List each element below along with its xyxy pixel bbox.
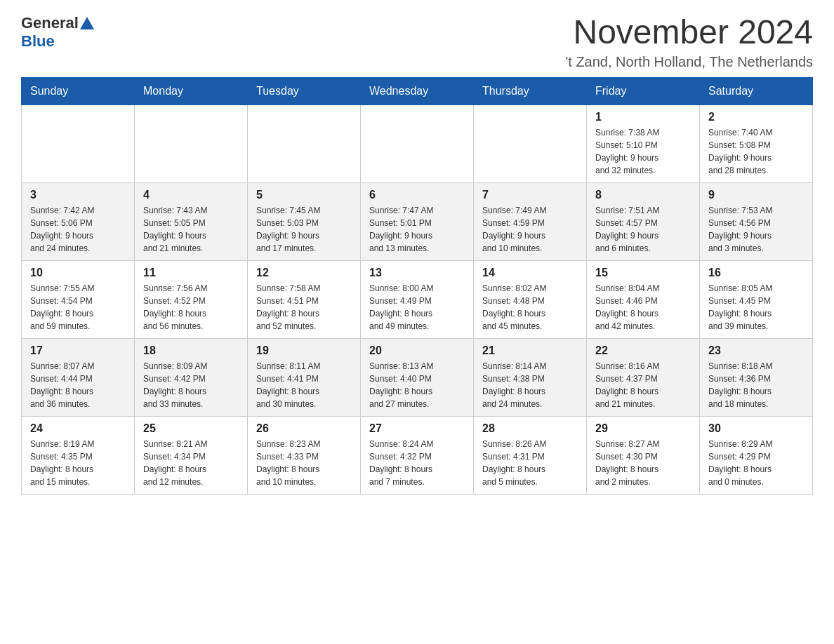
calendar-cell: 9Sunrise: 7:53 AM Sunset: 4:56 PM Daylig… — [700, 182, 813, 260]
logo-top: General — [21, 14, 95, 32]
calendar-cell: 12Sunrise: 7:58 AM Sunset: 4:51 PM Dayli… — [248, 260, 361, 338]
logo-triangle-icon — [80, 17, 94, 29]
calendar-cell: 13Sunrise: 8:00 AM Sunset: 4:49 PM Dayli… — [361, 260, 474, 338]
day-number: 25 — [143, 422, 239, 435]
day-number: 11 — [143, 267, 239, 279]
sun-info: Sunrise: 8:05 AM Sunset: 4:45 PM Dayligh… — [708, 282, 804, 333]
day-number: 21 — [482, 344, 578, 357]
sun-info: Sunrise: 7:55 AM Sunset: 4:54 PM Dayligh… — [30, 282, 126, 333]
calendar-cell: 4Sunrise: 7:43 AM Sunset: 5:05 PM Daylig… — [135, 182, 248, 260]
sun-info: Sunrise: 8:23 AM Sunset: 4:33 PM Dayligh… — [256, 438, 352, 488]
calendar-cell: 3Sunrise: 7:42 AM Sunset: 5:06 PM Daylig… — [22, 182, 135, 260]
location-subtitle: 't Zand, North Holland, The Netherlands — [565, 54, 813, 70]
day-number: 1 — [595, 111, 691, 123]
calendar-cell: 14Sunrise: 8:02 AM Sunset: 4:48 PM Dayli… — [474, 260, 587, 338]
day-number: 5 — [256, 189, 352, 201]
calendar-cell: 1Sunrise: 7:38 AM Sunset: 5:10 PM Daylig… — [587, 105, 700, 182]
sun-info: Sunrise: 8:27 AM Sunset: 4:30 PM Dayligh… — [595, 438, 691, 488]
day-number: 30 — [708, 422, 804, 435]
day-number: 17 — [30, 344, 126, 357]
sun-info: Sunrise: 8:00 AM Sunset: 4:49 PM Dayligh… — [369, 282, 465, 333]
calendar-cell: 30Sunrise: 8:29 AM Sunset: 4:29 PM Dayli… — [700, 416, 813, 494]
day-header-friday: Friday — [587, 77, 700, 105]
day-number: 24 — [30, 422, 126, 435]
sun-info: Sunrise: 8:07 AM Sunset: 4:44 PM Dayligh… — [30, 360, 126, 410]
calendar-cell — [135, 105, 248, 182]
sun-info: Sunrise: 8:14 AM Sunset: 4:38 PM Dayligh… — [482, 360, 578, 410]
day-number: 14 — [482, 267, 578, 279]
day-number: 29 — [595, 422, 691, 435]
day-number: 3 — [30, 189, 126, 201]
logo-blue-text: Blue — [21, 32, 55, 51]
calendar-cell: 8Sunrise: 7:51 AM Sunset: 4:57 PM Daylig… — [587, 182, 700, 260]
day-number: 27 — [369, 422, 465, 435]
calendar-cell: 28Sunrise: 8:26 AM Sunset: 4:31 PM Dayli… — [474, 416, 587, 494]
calendar-cell: 16Sunrise: 8:05 AM Sunset: 4:45 PM Dayli… — [700, 260, 813, 338]
calendar-cell: 23Sunrise: 8:18 AM Sunset: 4:36 PM Dayli… — [700, 338, 813, 416]
calendar-cell: 2Sunrise: 7:40 AM Sunset: 5:08 PM Daylig… — [700, 105, 813, 182]
day-number: 26 — [256, 422, 352, 435]
day-header-sunday: Sunday — [22, 77, 135, 105]
page-header: General Blue November 2024 't Zand, Nort… — [21, 14, 813, 70]
calendar-cell: 24Sunrise: 8:19 AM Sunset: 4:35 PM Dayli… — [22, 416, 135, 494]
sun-info: Sunrise: 8:13 AM Sunset: 4:40 PM Dayligh… — [369, 360, 465, 410]
sun-info: Sunrise: 8:24 AM Sunset: 4:32 PM Dayligh… — [369, 438, 465, 488]
day-number: 16 — [708, 267, 804, 279]
day-header-monday: Monday — [135, 77, 248, 105]
day-number: 28 — [482, 422, 578, 435]
day-header-thursday: Thursday — [474, 77, 587, 105]
sun-info: Sunrise: 7:49 AM Sunset: 4:59 PM Dayligh… — [482, 204, 578, 255]
sun-info: Sunrise: 8:09 AM Sunset: 4:42 PM Dayligh… — [143, 360, 239, 410]
calendar-week-row: 24Sunrise: 8:19 AM Sunset: 4:35 PM Dayli… — [22, 416, 813, 494]
calendar-cell: 22Sunrise: 8:16 AM Sunset: 4:37 PM Dayli… — [587, 338, 700, 416]
sun-info: Sunrise: 7:43 AM Sunset: 5:05 PM Dayligh… — [143, 204, 239, 255]
calendar-cell: 29Sunrise: 8:27 AM Sunset: 4:30 PM Dayli… — [587, 416, 700, 494]
calendar-cell: 18Sunrise: 8:09 AM Sunset: 4:42 PM Dayli… — [135, 338, 248, 416]
calendar-cell: 15Sunrise: 8:04 AM Sunset: 4:46 PM Dayli… — [587, 260, 700, 338]
sun-info: Sunrise: 7:58 AM Sunset: 4:51 PM Dayligh… — [256, 282, 352, 333]
sun-info: Sunrise: 7:40 AM Sunset: 5:08 PM Dayligh… — [708, 126, 804, 177]
sun-info: Sunrise: 8:04 AM Sunset: 4:46 PM Dayligh… — [595, 282, 691, 333]
calendar-week-row: 17Sunrise: 8:07 AM Sunset: 4:44 PM Dayli… — [22, 338, 813, 416]
day-number: 6 — [369, 189, 465, 201]
calendar-cell: 25Sunrise: 8:21 AM Sunset: 4:34 PM Dayli… — [135, 416, 248, 494]
calendar-week-row: 1Sunrise: 7:38 AM Sunset: 5:10 PM Daylig… — [22, 105, 813, 182]
sun-info: Sunrise: 8:18 AM Sunset: 4:36 PM Dayligh… — [708, 360, 804, 410]
day-number: 8 — [595, 189, 691, 201]
sun-info: Sunrise: 7:51 AM Sunset: 4:57 PM Dayligh… — [595, 204, 691, 255]
day-number: 19 — [256, 344, 352, 357]
sun-info: Sunrise: 7:38 AM Sunset: 5:10 PM Dayligh… — [595, 126, 691, 177]
day-number: 10 — [30, 267, 126, 279]
calendar-cell: 11Sunrise: 7:56 AM Sunset: 4:52 PM Dayli… — [135, 260, 248, 338]
month-title: November 2024 — [565, 14, 813, 51]
calendar-cell — [474, 105, 587, 182]
day-number: 22 — [595, 344, 691, 357]
day-number: 23 — [708, 344, 804, 357]
day-number: 20 — [369, 344, 465, 357]
day-number: 7 — [482, 189, 578, 201]
day-number: 2 — [708, 111, 804, 123]
calendar-cell: 20Sunrise: 8:13 AM Sunset: 4:40 PM Dayli… — [361, 338, 474, 416]
day-number: 15 — [595, 267, 691, 279]
calendar-cell: 17Sunrise: 8:07 AM Sunset: 4:44 PM Dayli… — [22, 338, 135, 416]
title-section: November 2024 't Zand, North Holland, Th… — [565, 14, 813, 70]
day-header-wednesday: Wednesday — [361, 77, 474, 105]
calendar-cell: 5Sunrise: 7:45 AM Sunset: 5:03 PM Daylig… — [248, 182, 361, 260]
calendar-week-row: 10Sunrise: 7:55 AM Sunset: 4:54 PM Dayli… — [22, 260, 813, 338]
day-header-saturday: Saturday — [700, 77, 813, 105]
calendar-cell — [22, 105, 135, 182]
calendar-cell: 6Sunrise: 7:47 AM Sunset: 5:01 PM Daylig… — [361, 182, 474, 260]
sun-info: Sunrise: 8:29 AM Sunset: 4:29 PM Dayligh… — [708, 438, 804, 488]
calendar-cell — [361, 105, 474, 182]
calendar-cell: 7Sunrise: 7:49 AM Sunset: 4:59 PM Daylig… — [474, 182, 587, 260]
day-number: 13 — [369, 267, 465, 279]
calendar-week-row: 3Sunrise: 7:42 AM Sunset: 5:06 PM Daylig… — [22, 182, 813, 260]
calendar-cell — [248, 105, 361, 182]
sun-info: Sunrise: 7:47 AM Sunset: 5:01 PM Dayligh… — [369, 204, 465, 255]
sun-info: Sunrise: 7:53 AM Sunset: 4:56 PM Dayligh… — [708, 204, 804, 255]
sun-info: Sunrise: 7:42 AM Sunset: 5:06 PM Dayligh… — [30, 204, 126, 255]
day-number: 18 — [143, 344, 239, 357]
sun-info: Sunrise: 8:19 AM Sunset: 4:35 PM Dayligh… — [30, 438, 126, 488]
sun-info: Sunrise: 8:26 AM Sunset: 4:31 PM Dayligh… — [482, 438, 578, 488]
calendar-cell: 27Sunrise: 8:24 AM Sunset: 4:32 PM Dayli… — [361, 416, 474, 494]
